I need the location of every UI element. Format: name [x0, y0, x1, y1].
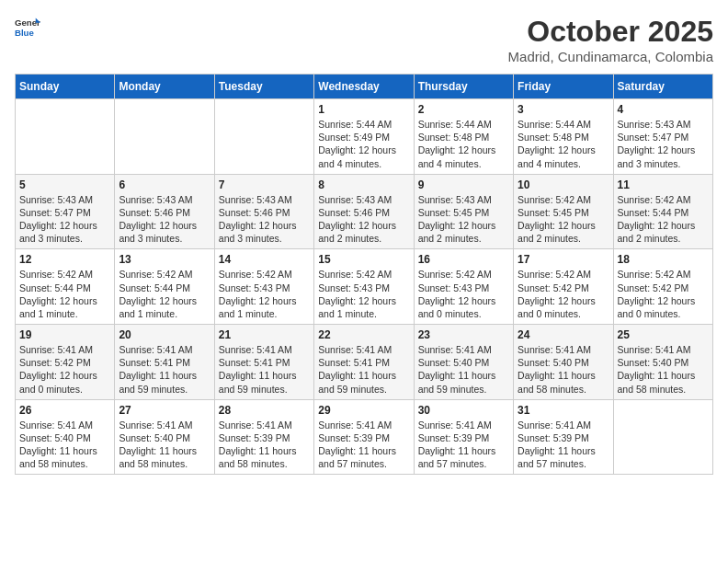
calendar-cell: 29Sunrise: 5:41 AM Sunset: 5:39 PM Dayli… — [314, 399, 414, 475]
day-info: Sunrise: 5:43 AM Sunset: 5:47 PM Dayligh… — [19, 193, 110, 246]
day-number: 15 — [318, 253, 409, 266]
day-number: 7 — [219, 178, 310, 191]
day-info: Sunrise: 5:43 AM Sunset: 5:47 PM Dayligh… — [618, 118, 709, 170]
calendar-cell: 18Sunrise: 5:42 AM Sunset: 5:42 PM Dayli… — [613, 249, 712, 325]
day-info: Sunrise: 5:44 AM Sunset: 5:48 PM Dayligh… — [518, 118, 609, 170]
calendar-cell: 27Sunrise: 5:41 AM Sunset: 5:40 PM Dayli… — [115, 399, 214, 475]
day-number: 12 — [19, 253, 110, 266]
day-number: 11 — [618, 178, 709, 191]
day-info: Sunrise: 5:41 AM Sunset: 5:41 PM Dayligh… — [119, 343, 210, 396]
calendar-cell: 19Sunrise: 5:41 AM Sunset: 5:42 PM Dayli… — [16, 325, 115, 400]
day-info: Sunrise: 5:41 AM Sunset: 5:39 PM Dayligh… — [518, 419, 609, 471]
day-info: Sunrise: 5:41 AM Sunset: 5:40 PM Dayligh… — [19, 419, 110, 471]
day-number: 22 — [318, 328, 409, 341]
calendar-cell: 9Sunrise: 5:43 AM Sunset: 5:45 PM Daylig… — [414, 174, 513, 249]
day-number: 25 — [618, 328, 709, 341]
calendar-cell: 21Sunrise: 5:41 AM Sunset: 5:41 PM Dayli… — [214, 325, 313, 400]
svg-text:Blue: Blue — [15, 28, 34, 38]
calendar-cell — [214, 99, 313, 175]
day-info: Sunrise: 5:41 AM Sunset: 5:40 PM Dayligh… — [418, 343, 509, 396]
day-number: 26 — [19, 404, 110, 417]
day-number: 18 — [618, 253, 709, 266]
day-info: Sunrise: 5:42 AM Sunset: 5:44 PM Dayligh… — [119, 268, 210, 320]
day-info: Sunrise: 5:42 AM Sunset: 5:45 PM Dayligh… — [518, 193, 609, 246]
header: General Blue October 2025 Madrid, Cundin… — [15, 15, 713, 64]
day-number: 2 — [418, 103, 509, 116]
calendar-cell: 5Sunrise: 5:43 AM Sunset: 5:47 PM Daylig… — [16, 174, 115, 249]
day-number: 9 — [418, 178, 509, 191]
calendar-cell: 3Sunrise: 5:44 AM Sunset: 5:48 PM Daylig… — [514, 99, 613, 175]
day-number: 13 — [119, 253, 210, 266]
calendar-cell: 16Sunrise: 5:42 AM Sunset: 5:43 PM Dayli… — [414, 249, 513, 325]
calendar-cell: 14Sunrise: 5:42 AM Sunset: 5:43 PM Dayli… — [214, 249, 313, 325]
calendar-cell: 20Sunrise: 5:41 AM Sunset: 5:41 PM Dayli… — [115, 325, 214, 400]
calendar-cell — [613, 399, 712, 475]
calendar-cell: 11Sunrise: 5:42 AM Sunset: 5:44 PM Dayli… — [613, 174, 712, 249]
calendar-cell: 4Sunrise: 5:43 AM Sunset: 5:47 PM Daylig… — [613, 99, 712, 175]
day-info: Sunrise: 5:43 AM Sunset: 5:45 PM Dayligh… — [418, 193, 509, 246]
calendar-cell — [16, 99, 115, 175]
day-info: Sunrise: 5:42 AM Sunset: 5:43 PM Dayligh… — [418, 268, 509, 320]
day-info: Sunrise: 5:41 AM Sunset: 5:41 PM Dayligh… — [318, 343, 409, 396]
day-number: 8 — [318, 178, 409, 191]
calendar-cell: 13Sunrise: 5:42 AM Sunset: 5:44 PM Dayli… — [115, 249, 214, 325]
day-number: 16 — [418, 253, 509, 266]
weekday-header-monday: Monday — [115, 75, 214, 99]
weekday-header-saturday: Saturday — [613, 75, 712, 99]
calendar-cell: 26Sunrise: 5:41 AM Sunset: 5:40 PM Dayli… — [16, 399, 115, 475]
day-number: 6 — [119, 178, 210, 191]
day-info: Sunrise: 5:42 AM Sunset: 5:44 PM Dayligh… — [618, 193, 709, 246]
calendar-cell: 17Sunrise: 5:42 AM Sunset: 5:42 PM Dayli… — [514, 249, 613, 325]
day-info: Sunrise: 5:41 AM Sunset: 5:40 PM Dayligh… — [518, 343, 609, 396]
week-row-1: 5Sunrise: 5:43 AM Sunset: 5:47 PM Daylig… — [16, 174, 713, 249]
day-info: Sunrise: 5:41 AM Sunset: 5:39 PM Dayligh… — [219, 419, 310, 471]
calendar-cell: 25Sunrise: 5:41 AM Sunset: 5:40 PM Dayli… — [613, 325, 712, 400]
day-info: Sunrise: 5:41 AM Sunset: 5:39 PM Dayligh… — [418, 419, 509, 471]
calendar-cell: 28Sunrise: 5:41 AM Sunset: 5:39 PM Dayli… — [214, 399, 313, 475]
day-info: Sunrise: 5:41 AM Sunset: 5:39 PM Dayligh… — [318, 419, 409, 471]
weekday-header-wednesday: Wednesday — [314, 75, 414, 99]
day-info: Sunrise: 5:41 AM Sunset: 5:41 PM Dayligh… — [219, 343, 310, 396]
calendar-cell: 30Sunrise: 5:41 AM Sunset: 5:39 PM Dayli… — [414, 399, 513, 475]
week-row-3: 19Sunrise: 5:41 AM Sunset: 5:42 PM Dayli… — [16, 325, 713, 400]
calendar-cell: 22Sunrise: 5:41 AM Sunset: 5:41 PM Dayli… — [314, 325, 414, 400]
location-title: Madrid, Cundinamarca, Colombia — [508, 49, 713, 64]
calendar-cell: 23Sunrise: 5:41 AM Sunset: 5:40 PM Dayli… — [414, 325, 513, 400]
calendar-cell: 15Sunrise: 5:42 AM Sunset: 5:43 PM Dayli… — [314, 249, 414, 325]
calendar-cell: 31Sunrise: 5:41 AM Sunset: 5:39 PM Dayli… — [514, 399, 613, 475]
day-number: 3 — [518, 103, 609, 116]
weekday-header-tuesday: Tuesday — [214, 75, 313, 99]
weekday-header-sunday: Sunday — [16, 75, 115, 99]
weekday-header-thursday: Thursday — [414, 75, 513, 99]
day-number: 29 — [318, 404, 409, 417]
logo: General Blue — [15, 15, 40, 40]
day-info: Sunrise: 5:44 AM Sunset: 5:49 PM Dayligh… — [318, 118, 409, 170]
calendar-cell: 12Sunrise: 5:42 AM Sunset: 5:44 PM Dayli… — [16, 249, 115, 325]
day-number: 27 — [119, 404, 210, 417]
day-number: 19 — [19, 328, 110, 341]
day-number: 17 — [518, 253, 609, 266]
day-number: 30 — [418, 404, 509, 417]
title-area: October 2025 Madrid, Cundinamarca, Colom… — [508, 15, 713, 64]
calendar-cell: 1Sunrise: 5:44 AM Sunset: 5:49 PM Daylig… — [314, 99, 414, 175]
calendar: SundayMondayTuesdayWednesdayThursdayFrid… — [15, 74, 713, 475]
day-number: 23 — [418, 328, 509, 341]
week-row-0: 1Sunrise: 5:44 AM Sunset: 5:49 PM Daylig… — [16, 99, 713, 175]
day-number: 28 — [219, 404, 310, 417]
day-number: 4 — [618, 103, 709, 116]
week-row-2: 12Sunrise: 5:42 AM Sunset: 5:44 PM Dayli… — [16, 249, 713, 325]
logo-icon: General Blue — [15, 15, 40, 40]
day-info: Sunrise: 5:44 AM Sunset: 5:48 PM Dayligh… — [418, 118, 509, 170]
weekday-header-row: SundayMondayTuesdayWednesdayThursdayFrid… — [16, 75, 713, 99]
day-number: 1 — [318, 103, 409, 116]
calendar-cell — [115, 99, 214, 175]
day-number: 21 — [219, 328, 310, 341]
day-info: Sunrise: 5:42 AM Sunset: 5:42 PM Dayligh… — [518, 268, 609, 320]
calendar-cell: 2Sunrise: 5:44 AM Sunset: 5:48 PM Daylig… — [414, 99, 513, 175]
day-number: 20 — [119, 328, 210, 341]
calendar-cell: 10Sunrise: 5:42 AM Sunset: 5:45 PM Dayli… — [514, 174, 613, 249]
weekday-header-friday: Friday — [514, 75, 613, 99]
day-number: 14 — [219, 253, 310, 266]
day-info: Sunrise: 5:42 AM Sunset: 5:44 PM Dayligh… — [19, 268, 110, 320]
calendar-cell: 7Sunrise: 5:43 AM Sunset: 5:46 PM Daylig… — [214, 174, 313, 249]
